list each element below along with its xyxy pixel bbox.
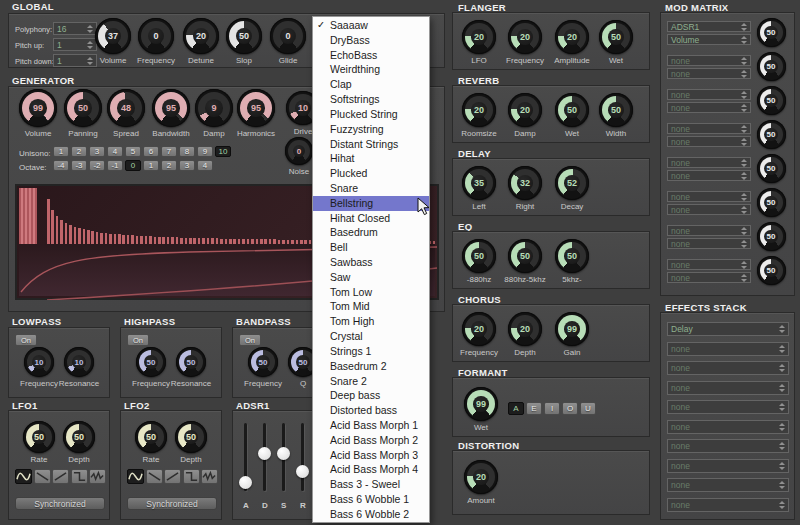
noise-wave-button[interactable] [89,469,106,484]
noise-knob[interactable]: 0 [285,137,313,165]
damp-knob[interactable]: 20 [508,93,542,127]
effects-stack-slot-10[interactable]: none [667,498,789,512]
menu-item-softstrings[interactable]: Softstrings [313,92,429,107]
panning-knob[interactable]: 50 [64,89,102,127]
effects-stack-slot-4[interactable]: none [667,381,789,395]
menu-item-fuzzystring[interactable]: Fuzzystring [313,122,429,137]
ramp-down-wave-button[interactable] [34,469,51,484]
wet-knob[interactable]: 50 [555,93,589,127]
mod-amount-knob-6[interactable]: 50 [757,188,786,217]
depth-knob[interactable]: 20 [508,312,542,346]
menu-item-tom-low[interactable]: Tom Low [313,285,429,300]
sine-wave-button[interactable] [127,469,144,484]
unisono-button-9[interactable]: 9 [197,146,213,157]
mod-source-select-1[interactable]: ADSR1 [667,21,751,32]
mod-amount-knob-8[interactable]: 50 [757,256,786,285]
ramp-up-wave-button[interactable] [52,469,69,484]
octave-button-3[interactable]: -3 [71,160,87,171]
mod-target-select-4[interactable]: none [667,136,751,147]
unisono-button-4[interactable]: 4 [107,146,123,157]
octave-button-0[interactable]: 0 [125,160,141,171]
effects-stack-slot-5[interactable]: none [667,400,789,414]
spread-knob[interactable]: 48 [107,89,145,127]
menu-item-bellstring[interactable]: Bellstring [313,196,429,211]
unisono-button-6[interactable]: 6 [143,146,159,157]
effects-stack-slot-2[interactable]: none [667,342,789,356]
mod-amount-knob-5[interactable]: 50 [757,154,786,183]
wet-knob[interactable]: 50 [599,20,633,54]
octave-button-4[interactable]: -4 [53,160,69,171]
mod-source-select-2[interactable]: none [667,55,751,66]
volume-knob[interactable]: 99 [19,89,57,127]
menu-item-snare[interactable]: Snare [313,181,429,196]
menu-item-acid-bass-morph-4[interactable]: Acid Bass Morph 4 [313,462,429,477]
menu-item-clap[interactable]: Clap [313,77,429,92]
damp-knob[interactable]: 9 [195,89,233,127]
menu-item-basedrum-2[interactable]: Basedrum 2 [313,359,429,374]
unisono-button-5[interactable]: 5 [125,146,141,157]
rate-knob[interactable]: 50 [135,421,167,453]
effects-stack-slot-8[interactable]: none [667,459,789,473]
d-slider[interactable] [258,423,271,504]
effects-stack-slot-9[interactable]: none [667,478,789,492]
frequency-knob[interactable]: 10 [24,347,54,377]
menu-item-deep-bass[interactable]: Deep bass [313,388,429,403]
mod-amount-knob-3[interactable]: 50 [757,86,786,115]
menu-item-acid-bass-morph-3[interactable]: Acid Bass Morph 3 [313,448,429,463]
square-wave-button[interactable] [183,469,200,484]
frequency-knob[interactable]: 0 [138,18,174,54]
mod-target-select-1[interactable]: Volume [667,34,751,45]
sine-wave-button[interactable] [15,469,32,484]
ramp-up-wave-button[interactable] [164,469,181,484]
mod-target-select-2[interactable]: none [667,68,751,79]
octave-button-2[interactable]: 2 [161,160,177,171]
unisono-button-8[interactable]: 8 [179,146,195,157]
rate-knob[interactable]: 50 [23,421,55,453]
bandpass-on-button[interactable]: On [239,334,261,346]
octave-button-1[interactable]: -1 [107,160,123,171]
menu-item-echobass[interactable]: EchoBass [313,48,429,63]
slider-handle[interactable] [258,447,271,460]
detune-knob[interactable]: 20 [183,18,219,54]
menu-item-bell[interactable]: Bell [313,240,429,255]
unisono-button-7[interactable]: 7 [161,146,177,157]
unisono-button-3[interactable]: 3 [89,146,105,157]
menu-item-saaaaw[interactable]: ✓Saaaaw [313,18,429,33]
menu-item-bass-3-sweel[interactable]: Bass 3 - Sweel [313,477,429,492]
slider-handle[interactable] [239,476,252,489]
vowel-button-a[interactable]: A [508,402,524,415]
menu-item-weirdthing[interactable]: Weirdthing [313,62,429,77]
amount-knob[interactable]: 20 [464,460,498,494]
menu-item-strings-1[interactable]: Strings 1 [313,344,429,359]
menu-item-drybass[interactable]: DryBass [313,33,429,48]
wet-knob[interactable]: 99 [464,387,498,421]
vowel-button-o[interactable]: O [562,402,578,415]
menu-item-hihat[interactable]: Hihat [313,151,429,166]
slider-handle[interactable] [296,465,309,478]
mod-target-select-5[interactable]: none [667,170,751,181]
mod-source-select-5[interactable]: none [667,157,751,168]
mod-target-select-6[interactable]: none [667,204,751,215]
frequency-knob[interactable]: 20 [508,20,542,54]
menu-item-snare-2[interactable]: Snare 2 [313,374,429,389]
lfo-knob[interactable]: 20 [462,20,496,54]
menu-item-distorted-bass[interactable]: Distorted bass [313,403,429,418]
depth-knob[interactable]: 50 [175,421,207,453]
effects-stack-slot-6[interactable]: none [667,420,789,434]
880hz-knob[interactable]: 50 [462,239,496,273]
decay-knob[interactable]: 52 [555,166,589,200]
mod-amount-knob-2[interactable]: 50 [757,52,786,81]
harmonics-knob[interactable]: 95 [237,89,275,127]
menu-item-tom-mid[interactable]: Tom Mid [313,299,429,314]
right-knob[interactable]: 32 [508,166,542,200]
unisono-button-2[interactable]: 2 [71,146,87,157]
lfo2-synchronized-button[interactable]: Synchronized [127,497,217,510]
mod-source-select-7[interactable]: none [667,225,751,236]
menu-item-sawbass[interactable]: Sawbass [313,255,429,270]
vowel-button-e[interactable]: E [526,402,542,415]
s-slider[interactable] [277,423,290,504]
lfo1-synchronized-button[interactable]: Synchronized [15,497,105,510]
5khz-knob[interactable]: 50 [555,239,589,273]
menu-item-hihat-closed[interactable]: Hihat Closed [313,211,429,226]
menu-item-tom-high[interactable]: Tom High [313,314,429,329]
